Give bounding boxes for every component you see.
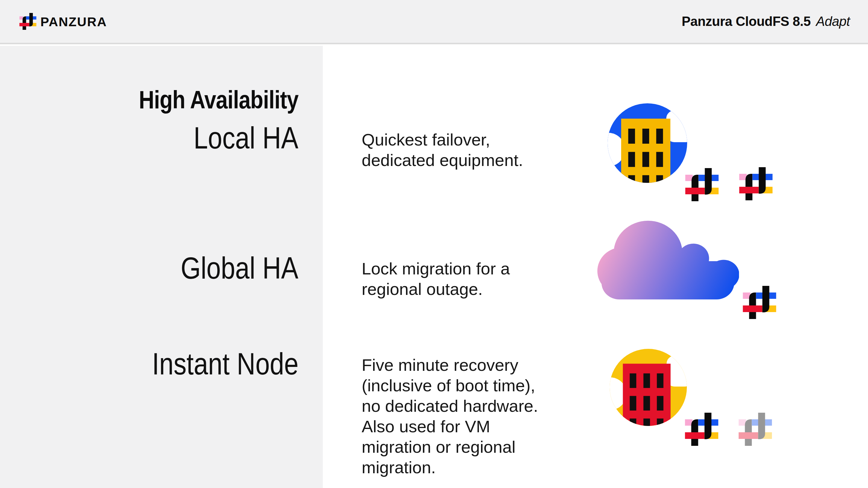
sidebar-item-instant-node: Instant Node xyxy=(152,349,299,379)
header-bar: PANZURA Panzura CloudFS 8.5 Adapt xyxy=(0,0,868,44)
panzura-mark-icon xyxy=(19,13,36,30)
product-title: Panzura CloudFS 8.5 Adapt xyxy=(682,14,850,29)
panzura-logo-faded-icon xyxy=(738,413,772,446)
instant-node-description: Five minute recovery (inclusive of boot … xyxy=(362,355,538,478)
instant-node-building-badge-icon xyxy=(610,349,687,426)
description-line: (inclusive of boot time), xyxy=(362,375,538,396)
description-line: dedicated equipment. xyxy=(362,150,523,170)
panzura-logo-icon xyxy=(685,168,719,201)
local-ha-description: Quickest failover, dedicated equipment. xyxy=(362,130,523,170)
panzura-logo-icon xyxy=(743,286,776,319)
description-line: migration or regional xyxy=(362,437,538,457)
description-line: no dedicated hardware. xyxy=(362,396,538,416)
panzura-logo-icon xyxy=(739,167,773,200)
sidebar-item-global-ha: Global HA xyxy=(181,253,299,284)
product-edition: Adapt xyxy=(816,14,850,29)
sidebar: High Availability Local HA Global HA Ins… xyxy=(0,46,323,488)
content-area: Quickest failover, dedicated equipment. … xyxy=(323,46,868,488)
slide: PANZURA Panzura CloudFS 8.5 Adapt High A… xyxy=(0,0,868,488)
sidebar-heading: High Availability xyxy=(139,87,299,112)
description-line: regional outage. xyxy=(362,279,510,299)
brand: PANZURA xyxy=(19,13,107,30)
local-ha-building-badge-icon xyxy=(608,103,687,183)
sidebar-item-local-ha: Local HA xyxy=(193,123,299,153)
description-line: Also used for VM xyxy=(362,416,538,437)
description-line: Quickest failover, xyxy=(362,130,523,150)
global-ha-description: Lock migration for a regional outage. xyxy=(362,258,510,299)
description-line: Five minute recovery xyxy=(362,355,538,375)
gradient-cloud-icon xyxy=(597,220,739,299)
panzura-logo-icon xyxy=(685,413,718,446)
brand-wordmark: PANZURA xyxy=(40,14,107,29)
description-line: Lock migration for a xyxy=(362,258,510,279)
description-line: migration. xyxy=(362,457,538,478)
product-name: Panzura CloudFS 8.5 xyxy=(682,14,811,29)
